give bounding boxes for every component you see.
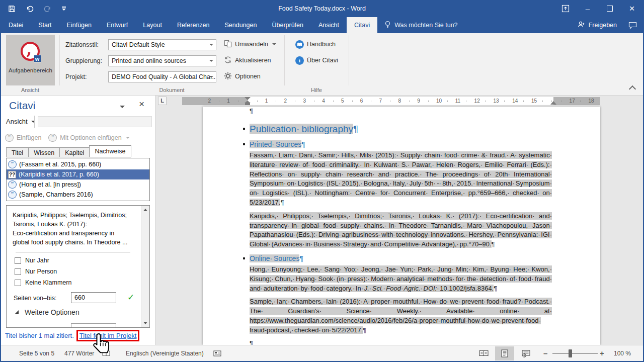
heading-publication-bibliography[interactable]: Publication· bibliography¶ [250, 123, 552, 135]
options-button[interactable]: Optionen [224, 71, 261, 81]
taskpane-button[interactable]: , w Aufgabenbereich [6, 35, 55, 85]
detail-scrollbar[interactable] [141, 206, 149, 327]
reference-preview: Karipidis, Philippos; Tselempis, Dimitri… [13, 211, 134, 247]
ribbon-tab-einfuegen[interactable]: Einfügen [59, 17, 99, 33]
clipped-input[interactable] [71, 323, 116, 328]
ribbon-tab-layout[interactable]: Layout [135, 17, 170, 33]
undo-icon[interactable] [26, 5, 34, 13]
pane-tab-nachweise[interactable]: Nachweise [89, 145, 131, 157]
insert-button[interactable]: Einfügen [17, 134, 41, 141]
insert-with-options-button[interactable]: Mit Optionen einfügen [60, 134, 121, 141]
save-icon[interactable] [8, 5, 16, 13]
pane-insert-row: ” Einfügen ” Mit Optionen einfügen [5, 133, 130, 143]
expander-triangle-icon[interactable] [15, 310, 19, 314]
citation-label: (Sample, Chambers 2016) [19, 191, 93, 198]
web-layout-button[interactable] [516, 346, 535, 360]
cited-count-note: Titel bisher 1 mal zitiert. [5, 332, 74, 339]
collapse-ribbon-icon[interactable] [629, 85, 636, 93]
checkbox-nur-jahr[interactable]: Nur Jahr [15, 256, 49, 265]
customize-toolbar-icon[interactable] [62, 7, 66, 11]
comments-icon[interactable] [622, 17, 643, 33]
bibliography-entry-hong[interactable]: Hong,· Eunyoung;· Lee,· Sang· Yoo;· Jeon… [250, 265, 552, 293]
quick-access-toolbar [8, 0, 66, 17]
zoom-out-button[interactable]: – [543, 345, 547, 361]
close-button[interactable]: × [621, 0, 643, 17]
project-select[interactable]: DEMO Food Quality - A Global Cha... [108, 71, 216, 82]
about-button[interactable]: i Über Citavi [295, 55, 338, 65]
left-indent-marker[interactable] [245, 103, 250, 105]
maximize-button[interactable] [599, 0, 621, 17]
pane-search-input[interactable] [38, 116, 152, 127]
checkbox-nur-person[interactable]: Nur Person [15, 267, 57, 276]
print-layout-button[interactable] [495, 346, 514, 360]
zoom-level[interactable]: 100 % [614, 345, 631, 361]
read-mode-button[interactable] [474, 346, 493, 360]
ruler-number: 18 [587, 98, 595, 104]
manual-button[interactable]: Handbuch [295, 39, 336, 49]
zoom-in-button[interactable]: + [600, 345, 604, 361]
document-page[interactable]: ¶ Publication· bibliography¶ Printed· So… [203, 107, 600, 345]
citation-row-selected[interactable]: ?? (Karipidis et al. 2017, p. 660) [7, 169, 149, 179]
minimize-button[interactable]: – [577, 0, 599, 17]
horizontal-ruler[interactable]: 211234567891011121314151718 [182, 97, 600, 105]
document-content[interactable]: ¶ Publication· bibliography¶ Printed· So… [250, 107, 552, 345]
ribbon-tab-row: Datei Start Einfügen Entwurf Layout Refe… [1, 17, 643, 33]
pane-view-button[interactable]: Ansicht [6, 118, 35, 125]
group-separator [284, 35, 285, 85]
first-line-indent-marker[interactable] [245, 97, 251, 100]
grouping-select[interactable]: Printed and online sources [108, 55, 216, 66]
share-button[interactable]: Freigeben [572, 17, 622, 33]
right-indent-marker[interactable] [550, 101, 556, 105]
pane-tab-titel[interactable]: Titel [6, 147, 28, 157]
page-count[interactable]: Seite 5 von 5 [19, 345, 54, 361]
maximize-icon [607, 6, 613, 12]
bibliography-entry-karipidis[interactable]: Karipidis,· Philippos;· Tselempis,· Dimi… [250, 212, 552, 249]
tab-stop-selector[interactable]: L [158, 97, 167, 105]
zoom-slider-thumb[interactable] [569, 349, 572, 357]
checkbox-icon [15, 257, 21, 264]
citation-row[interactable]: ” (Hong et al. [in press]) [7, 179, 149, 190]
redo-icon[interactable] [44, 5, 52, 13]
refresh-button[interactable]: Aktualisieren [224, 55, 271, 65]
citation-row[interactable]: ” (Fassam et al. 2015, pp. 660) [7, 159, 149, 169]
pane-menu-chevron-icon[interactable] [120, 106, 125, 108]
ribbon-tab-start[interactable]: Start [31, 17, 59, 33]
pane-tab-kapitel[interactable]: Kapitel [59, 147, 89, 157]
citavi-pane: Citavi × Ansicht ” Einfügen ” Mit Option… [1, 96, 156, 345]
ribbon-tab-entwurf[interactable]: Entwurf [99, 17, 135, 33]
bibliography-entry-fassam[interactable]: Fassam,· Liam;· Dani,· Samir;· Hills,· M… [250, 151, 552, 208]
citation-style-label: Zitationsstil: [65, 39, 99, 50]
heading-printed-sources[interactable]: Printed· Sources¶ [250, 140, 552, 149]
convert-button[interactable]: Umwandeln [224, 39, 276, 49]
taskpane-button-label: Aufgabenbereich [9, 67, 52, 73]
tell-me-box[interactable]: Was möchten Sie tun? [377, 17, 464, 33]
heading-online-sources[interactable]: Online· Sources¶ [250, 254, 552, 263]
ribbon-tab-ansicht[interactable]: Ansicht [311, 17, 347, 33]
ribbon-tab-ueberpruefen[interactable]: Überprüfen [264, 17, 311, 33]
bibliography-entry-sample[interactable]: Sample,· Ian;· Chambers,· Iain· (2016):·… [250, 297, 552, 335]
ruler-number: 6 [359, 98, 364, 104]
scroll-up-icon[interactable] [143, 209, 147, 211]
pane-tab-wissen[interactable]: Wissen [28, 147, 59, 157]
title-bar: Food Safety Today.docx - Word – × [0, 0, 644, 17]
pane-close-icon[interactable]: × [139, 99, 144, 110]
citation-row[interactable]: ” (Sample, Chambers 2016) [7, 190, 149, 200]
macro-record-icon[interactable] [213, 345, 221, 361]
checkbox-icon [15, 280, 21, 286]
ribbon-tab-referenzen[interactable]: Referenzen [170, 17, 217, 33]
word-count[interactable]: 477 Wörter [64, 345, 94, 361]
scroll-down-icon[interactable] [143, 322, 147, 324]
ribbon-tab-sendungen[interactable]: Sendungen [217, 17, 265, 33]
checkbox-keine-klammern[interactable]: Keine Klammern [15, 278, 71, 287]
quote-bubble-icon: ” [48, 134, 57, 142]
ribbon-tab-citavi[interactable]: Citavi [347, 17, 377, 33]
pages-range-input[interactable]: 660 [71, 292, 116, 303]
language-indicator[interactable]: Englisch (Vereinigte Staaten) [126, 345, 204, 361]
group-label-ansicht: Ansicht [1, 87, 59, 93]
more-options-toggle[interactable]: Weitere Optionen [25, 308, 79, 316]
citation-style-select[interactable]: Citavi Default Style [108, 39, 216, 50]
ribbon-tab-datei[interactable]: Datei [1, 17, 31, 33]
zoom-slider-track[interactable] [552, 353, 598, 354]
citation-label: (Fassam et al. 2015, pp. 660) [19, 161, 101, 168]
ribbon-display-options-icon[interactable] [554, 0, 577, 17]
